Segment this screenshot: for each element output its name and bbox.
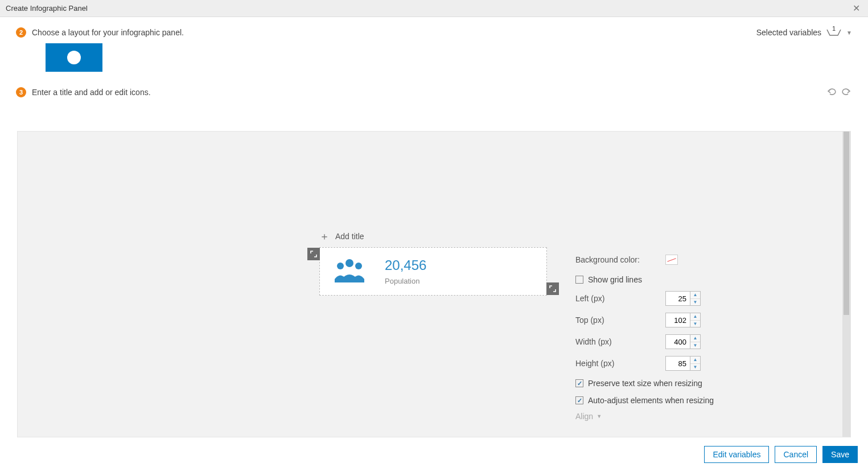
edit-variables-button[interactable]: Edit variables xyxy=(704,446,769,463)
height-up[interactable]: ▲ xyxy=(690,357,700,364)
top-input[interactable] xyxy=(666,313,690,327)
layout-thumbnail[interactable] xyxy=(46,43,102,72)
properties-panel: Background color: Show grid lines Left (… xyxy=(575,252,723,421)
panel-label: Population xyxy=(385,277,426,285)
undo-icon[interactable] xyxy=(826,87,837,98)
height-spinner[interactable]: ▲▼ xyxy=(665,356,701,371)
step-3-badge: 3 xyxy=(16,87,26,97)
layout-thumbnail-dot xyxy=(67,51,81,64)
align-label: Align xyxy=(575,412,593,421)
scrollbar-thumb[interactable] xyxy=(844,132,849,315)
prop-height: Height (px) ▲▼ xyxy=(575,356,723,371)
undo-redo-group xyxy=(826,87,852,98)
left-input[interactable] xyxy=(666,292,690,305)
left-spinner[interactable]: ▲▼ xyxy=(665,291,701,306)
selected-variables-count: 1 xyxy=(826,25,842,32)
bg-color-swatch[interactable] xyxy=(665,255,678,265)
cancel-button[interactable]: Cancel xyxy=(775,446,817,463)
prop-align[interactable]: Align ▼ xyxy=(575,412,723,421)
panel-value: 20,456 xyxy=(385,257,426,274)
chevron-down-icon: ▼ xyxy=(597,413,602,419)
show-grid-checkbox[interactable] xyxy=(575,276,583,284)
selected-variables-label: Selected variables xyxy=(756,28,821,37)
basket-icon: 1 xyxy=(826,27,842,38)
close-icon[interactable]: ✕ xyxy=(850,3,862,14)
step-3-row: 3 Enter a title and add or edit icons. xyxy=(0,72,868,104)
height-label: Height (px) xyxy=(575,359,614,368)
top-spinner[interactable]: ▲▼ xyxy=(665,313,701,327)
preserve-text-label: Preserve text size when resizing xyxy=(588,379,702,388)
height-down[interactable]: ▼ xyxy=(690,364,700,371)
people-icon xyxy=(334,256,368,287)
infographic-panel-card[interactable]: 20,456 Population xyxy=(319,247,547,296)
panel-card-body: 20,456 Population xyxy=(385,257,426,286)
auto-adjust-label: Auto-adjust elements when resizing xyxy=(588,396,714,405)
top-label: Top (px) xyxy=(575,316,604,325)
resize-handle-se[interactable] xyxy=(546,282,559,295)
width-down[interactable]: ▼ xyxy=(690,342,700,349)
prop-bg-color: Background color: xyxy=(575,252,723,267)
step-3-left: 3 Enter a title and add or edit icons. xyxy=(16,87,151,97)
scrollbar[interactable] xyxy=(842,132,850,437)
prop-left: Left (px) ▲▼ xyxy=(575,291,723,306)
dialog-title-bar: Create Infographic Panel ✕ xyxy=(0,0,868,17)
step-2-left: 2 Choose a layout for your infographic p… xyxy=(16,27,184,38)
prop-preserve-text[interactable]: Preserve text size when resizing xyxy=(575,379,723,388)
dialog-footer: Edit variables Cancel Save xyxy=(0,441,868,467)
width-input[interactable] xyxy=(666,335,690,349)
svg-point-2 xyxy=(355,263,362,269)
dialog-title: Create Infographic Panel xyxy=(6,4,88,13)
auto-adjust-checkbox[interactable] xyxy=(575,396,583,404)
height-input[interactable] xyxy=(666,357,690,370)
chevron-down-icon: ▼ xyxy=(846,30,852,36)
left-label: Left (px) xyxy=(575,294,604,303)
width-up[interactable]: ▲ xyxy=(690,335,700,342)
step-2-row: 2 Choose a layout for your infographic p… xyxy=(0,17,868,43)
add-title-label: Add title xyxy=(335,232,364,241)
width-label: Width (px) xyxy=(575,337,612,346)
svg-point-1 xyxy=(337,263,344,269)
step-3-text: Enter a title and add or edit icons. xyxy=(32,88,151,97)
step-2-badge: 2 xyxy=(16,27,26,38)
save-button[interactable]: Save xyxy=(822,446,858,463)
left-down[interactable]: ▼ xyxy=(690,299,700,306)
top-up[interactable]: ▲ xyxy=(690,313,700,321)
top-down[interactable]: ▼ xyxy=(690,321,700,327)
canvas-area[interactable]: ＋ Add title 20,456 xyxy=(17,131,851,437)
selected-variables[interactable]: Selected variables 1 ▼ xyxy=(756,27,852,38)
add-title-button[interactable]: ＋ Add title xyxy=(319,231,364,241)
preserve-text-checkbox[interactable] xyxy=(575,379,583,387)
resize-handle-nw[interactable] xyxy=(307,248,320,260)
prop-show-grid[interactable]: Show grid lines xyxy=(575,275,723,284)
plus-icon: ＋ xyxy=(319,231,330,241)
bg-color-label: Background color: xyxy=(575,255,640,264)
show-grid-label: Show grid lines xyxy=(588,275,642,284)
prop-top: Top (px) ▲▼ xyxy=(575,313,723,327)
redo-icon[interactable] xyxy=(841,87,852,98)
width-spinner[interactable]: ▲▼ xyxy=(665,334,701,349)
svg-point-0 xyxy=(345,259,353,267)
step-2-text: Choose a layout for your infographic pan… xyxy=(32,28,184,37)
content-wrapper: 2 Choose a layout for your infographic p… xyxy=(0,17,868,441)
left-up[interactable]: ▲ xyxy=(690,292,700,299)
prop-width: Width (px) ▲▼ xyxy=(575,334,723,349)
prop-auto-adjust[interactable]: Auto-adjust elements when resizing xyxy=(575,396,723,405)
